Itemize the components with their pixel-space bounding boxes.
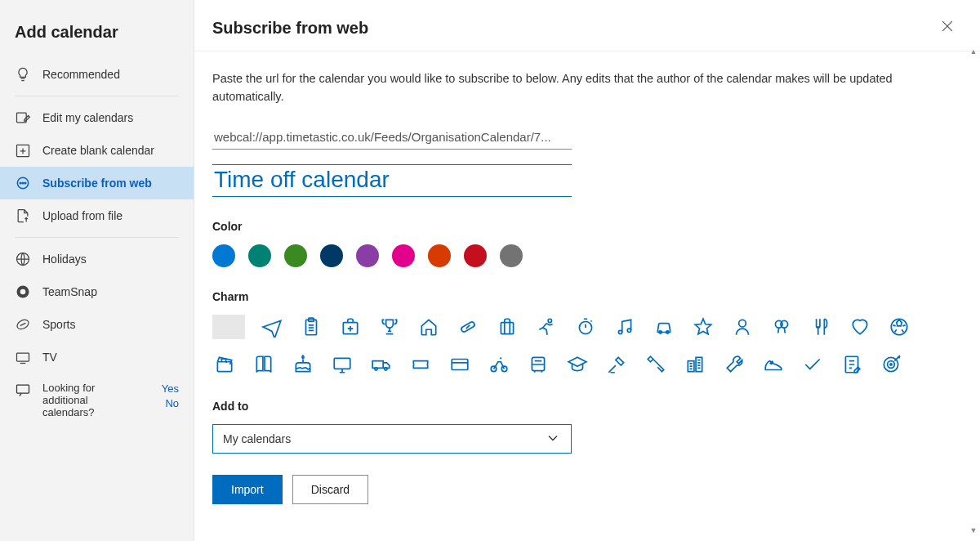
charm-ticket-icon[interactable] (408, 352, 433, 377)
color-swatch-8[interactable] (500, 244, 523, 267)
addto-dropdown[interactable]: My calendars (212, 424, 572, 454)
sidebar: Add calendar Recommended Edit my calenda… (0, 0, 194, 541)
charm-truck-icon[interactable] (369, 352, 394, 377)
charm-balloons-icon[interactable] (769, 315, 794, 339)
teamsnap-icon (15, 284, 31, 300)
feedback-prompt: Looking for additional calendars? Yes No (0, 373, 194, 427)
sidebar-item-holidays[interactable]: Holidays (0, 243, 194, 275)
lightbulb-icon (15, 66, 31, 83)
color-swatch-5[interactable] (392, 244, 415, 267)
svg-rect-16 (501, 323, 513, 334)
charm-target-icon[interactable] (879, 352, 903, 377)
charm-fork-knife-icon[interactable] (808, 315, 833, 339)
feedback-no-link[interactable]: No (165, 396, 179, 411)
charm-bus-icon[interactable] (526, 352, 550, 377)
charm-credit-card-icon[interactable] (448, 352, 472, 377)
charm-heart-icon[interactable] (848, 315, 872, 339)
svg-point-23 (739, 320, 746, 327)
calendar-name-input[interactable] (212, 164, 572, 197)
url-input[interactable] (212, 127, 572, 150)
charm-label: Charm (212, 290, 957, 303)
charm-wrench-icon[interactable] (722, 352, 746, 377)
svg-point-19 (618, 330, 621, 333)
sidebar-item-sports[interactable]: Sports (0, 308, 194, 341)
charm-buildings-icon[interactable] (683, 352, 707, 377)
charm-soccer-icon[interactable] (887, 315, 911, 339)
main-header: Subscribe from web (194, 0, 980, 51)
color-swatch-7[interactable] (464, 244, 487, 267)
feedback-label: Looking for additional calendars? (42, 382, 140, 418)
charm-tools-icon[interactable] (644, 352, 668, 377)
sidebar-item-label: TV (42, 351, 57, 364)
color-label: Color (212, 220, 957, 233)
charm-music-icon[interactable] (612, 315, 637, 339)
main-panel: Subscribe from web Paste the url for the… (194, 0, 980, 541)
charm-star-icon[interactable] (691, 315, 715, 339)
charm-car-icon[interactable] (652, 315, 676, 339)
charm-clapperboard-icon[interactable] (212, 352, 237, 377)
charm-trophy-icon[interactable] (377, 315, 402, 339)
charm-checkmark-icon[interactable] (800, 352, 825, 377)
charm-grid (212, 315, 957, 377)
svg-rect-27 (217, 362, 231, 372)
charm-house-icon[interactable] (416, 315, 441, 339)
color-swatch-4[interactable] (356, 244, 379, 267)
charm-shoe-icon[interactable] (761, 352, 786, 377)
divider (15, 237, 179, 238)
svg-point-17 (548, 319, 551, 322)
charm-cake-icon[interactable] (291, 352, 315, 377)
scroll-up-icon[interactable]: ▲ (970, 47, 978, 60)
svg-point-30 (375, 368, 377, 370)
link-icon (15, 175, 31, 191)
import-button[interactable]: Import (212, 475, 283, 504)
color-swatch-1[interactable] (248, 244, 271, 267)
chevron-down-icon (545, 430, 561, 449)
scroll-down-icon[interactable]: ▼ (970, 526, 978, 539)
charm-clipboard-icon[interactable] (299, 315, 323, 339)
charm-suitcase-icon[interactable] (495, 315, 519, 339)
svg-rect-11 (17, 385, 29, 393)
charm-stopwatch-icon[interactable] (573, 315, 598, 339)
charm-bicycle-icon[interactable] (487, 352, 511, 377)
discard-button[interactable]: Discard (292, 475, 368, 504)
feedback-yes-link[interactable]: Yes (162, 382, 179, 396)
sidebar-item-create-blank-calendar[interactable]: Create blank calendar (0, 134, 194, 167)
color-swatch-2[interactable] (284, 244, 307, 267)
charm-note-edit-icon[interactable] (840, 352, 864, 377)
sidebar-item-label: Subscribe from web (42, 177, 152, 190)
addto-label: Add to (212, 400, 957, 413)
sidebar-item-teamsnap[interactable]: TeamSnap (0, 275, 194, 308)
charm-person-icon[interactable] (730, 315, 755, 339)
charm-gavel-icon[interactable] (604, 352, 629, 377)
scrollbar[interactable]: ▲ ▼ (968, 47, 979, 539)
sidebar-item-label: Recommended (42, 68, 120, 81)
charm-monitor-icon[interactable] (330, 352, 354, 377)
charm-pill-icon[interactable] (456, 315, 480, 339)
charm-running-icon[interactable] (534, 315, 559, 339)
content: Paste the url for the calendar you would… (194, 51, 980, 541)
charm-airplane-icon[interactable] (260, 315, 284, 339)
plus-box-icon (15, 142, 31, 159)
svg-rect-32 (452, 360, 468, 370)
charm-book-icon[interactable] (252, 352, 276, 377)
addto-value: My calendars (223, 432, 291, 445)
edit-calendar-icon (15, 110, 31, 126)
charm-graduation-icon[interactable] (565, 352, 590, 377)
sidebar-item-edit-my-calendars[interactable]: Edit my calendars (0, 101, 194, 134)
sidebar-item-upload-from-file[interactable]: Upload from file (0, 199, 194, 232)
sidebar-item-tv[interactable]: TV (0, 341, 194, 373)
color-swatch-0[interactable] (212, 244, 235, 267)
charm-briefcase-medical-icon[interactable] (338, 315, 363, 339)
sidebar-item-recommended[interactable]: Recommended (0, 58, 194, 91)
football-icon (15, 316, 31, 333)
color-swatch-3[interactable] (320, 244, 343, 267)
charm-none[interactable] (212, 315, 245, 339)
color-swatch-6[interactable] (428, 244, 451, 267)
sidebar-item-label: Holidays (42, 253, 87, 266)
sidebar-item-subscribe-from-web[interactable]: Subscribe from web (0, 167, 194, 199)
close-button[interactable] (939, 18, 956, 38)
tv-icon (15, 349, 31, 365)
svg-point-41 (890, 364, 892, 365)
feedback-icon (15, 382, 31, 418)
svg-rect-29 (372, 361, 383, 369)
